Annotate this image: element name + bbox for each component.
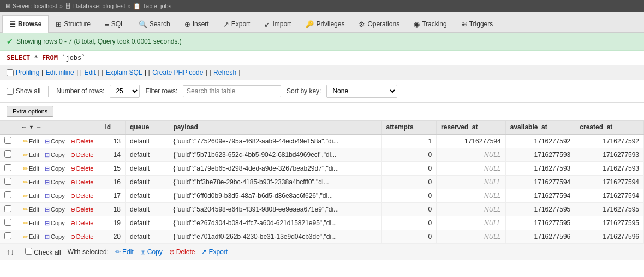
row-checkbox-17[interactable]	[4, 191, 11, 198]
row-checkbox-16[interactable]	[4, 178, 11, 185]
th-filter: ← ▼ →	[16, 121, 100, 134]
edit-btn-18[interactable]: ✏ Edit	[21, 206, 41, 214]
edit-btn-16[interactable]: ✏ Edit	[21, 178, 41, 186]
sort-arrow-left[interactable]: ←	[21, 123, 27, 131]
extra-options-button[interactable]: Extra options	[7, 106, 53, 117]
cell-id-13: 13	[100, 134, 126, 148]
cell-reserved-at-16: NULL	[437, 176, 506, 189]
tab-browse[interactable]: ☰ Browse	[2, 15, 49, 33]
profiling-checkbox[interactable]	[7, 69, 14, 76]
tab-tracking-label: Tracking	[422, 20, 447, 28]
breadcrumb-db-icon: 🗄	[65, 3, 71, 9]
show-all-checkbox[interactable]	[7, 88, 14, 95]
edit-btn-15[interactable]: ✏ Edit	[21, 165, 41, 173]
tab-privileges[interactable]: 🔑 Privileges	[298, 15, 351, 33]
copy-label-15: Copy	[51, 165, 65, 172]
th-attempts[interactable]: attempts	[381, 121, 437, 134]
explain-sql-link[interactable]: Explain SQL	[106, 69, 142, 76]
edit-label-17: Edit	[29, 192, 39, 199]
tab-browse-label: Browse	[18, 20, 41, 28]
row-checkbox-14[interactable]	[4, 150, 11, 158]
th-reserved-at[interactable]: reserved_at	[437, 121, 506, 134]
sql-table-name: `jobs`	[62, 54, 85, 62]
th-available-at[interactable]: available_at	[505, 121, 575, 134]
edit-btn-13[interactable]: ✏ Edit	[21, 137, 41, 146]
delete-label-20: Delete	[76, 233, 94, 240]
breadcrumb-bar: 🖥 Server: localhost » 🗄 Database: blog-t…	[0, 0, 644, 12]
delete-btn-19[interactable]: ⊖ Delete	[68, 219, 96, 227]
delete-btn-18[interactable]: ⊖ Delete	[68, 206, 96, 214]
edit-btn-20[interactable]: ✏ Edit	[21, 233, 41, 241]
tab-structure[interactable]: ⊞ Structure	[49, 15, 98, 33]
copy-btn-19[interactable]: ⊞ Copy	[43, 219, 67, 227]
copy-btn-20[interactable]: ⊞ Copy	[43, 233, 67, 241]
create-php-link[interactable]: Create PHP code	[152, 69, 203, 76]
copy-btn-18[interactable]: ⊞ Copy	[43, 206, 67, 214]
bottom-delete-icon: ⊖	[169, 248, 175, 256]
edit-btn-14[interactable]: ✏ Edit	[21, 151, 41, 159]
tab-triggers[interactable]: ≋ Triggers	[454, 15, 500, 33]
delete-btn-20[interactable]: ⊖ Delete	[68, 233, 96, 241]
copy-btn-13[interactable]: ⊞ Copy	[43, 137, 67, 146]
sort-arrow-right[interactable]: →	[35, 123, 42, 131]
cell-attempts-13: 1	[381, 134, 437, 148]
refresh-link[interactable]: Refresh	[213, 69, 236, 76]
delete-icon-16: ⊖	[70, 179, 75, 186]
profiling-link[interactable]: Profiling	[16, 69, 39, 76]
filter-rows-input[interactable]	[183, 85, 281, 97]
edit-icon-14: ✏	[23, 152, 28, 159]
delete-btn-16[interactable]: ⊖ Delete	[68, 178, 96, 186]
tab-tracking[interactable]: ◉ Tracking	[407, 15, 454, 33]
row-checkbox-19[interactable]	[4, 219, 11, 226]
delete-icon-19: ⊖	[70, 220, 75, 227]
delete-btn-17[interactable]: ⊖ Delete	[68, 192, 96, 200]
th-id[interactable]: id	[100, 121, 126, 134]
tab-sql[interactable]: ≡ SQL	[98, 15, 132, 33]
tab-insert[interactable]: ⊕ Insert	[177, 15, 216, 33]
delete-btn-15[interactable]: ⊖ Delete	[68, 165, 96, 173]
delete-label-17: Delete	[76, 192, 94, 199]
edit-btn-19[interactable]: ✏ Edit	[21, 219, 41, 227]
copy-btn-14[interactable]: ⊞ Copy	[43, 151, 67, 159]
bottom-edit-link[interactable]: ✏ Edit	[115, 248, 134, 256]
table-body: ✏ Edit ⊞ Copy ⊖ Delete 13 default {"uuid…	[0, 134, 644, 244]
tab-search[interactable]: 🔍 Search	[132, 15, 177, 33]
edit-inline-link[interactable]: Edit inline	[46, 69, 74, 76]
row-checkbox-15[interactable]	[4, 164, 11, 171]
tab-structure-label: Structure	[64, 20, 91, 28]
copy-btn-16[interactable]: ⊞ Copy	[43, 178, 67, 186]
row-checkbox-13[interactable]	[4, 137, 11, 144]
tab-import[interactable]: ↙ Import	[257, 15, 298, 33]
edit-btn-17[interactable]: ✏ Edit	[21, 192, 41, 200]
copy-btn-17[interactable]: ⊞ Copy	[43, 192, 67, 200]
th-queue[interactable]: queue	[125, 121, 169, 134]
privileges-icon: 🔑	[305, 20, 314, 28]
bottom-export-link[interactable]: ↗ Export	[201, 248, 228, 256]
row-checkbox-18[interactable]	[4, 205, 11, 212]
copy-btn-15[interactable]: ⊞ Copy	[43, 165, 67, 173]
delete-btn-14[interactable]: ⊖ Delete	[68, 151, 96, 159]
row-checkbox-20[interactable]	[4, 232, 11, 239]
table-row: ✏ Edit ⊞ Copy ⊖ Delete 19 default {"uuid…	[0, 216, 644, 230]
check-all-checkbox[interactable]	[25, 248, 32, 255]
row-actions-14: ✏ Edit ⊞ Copy ⊖ Delete	[16, 148, 100, 162]
edit-icon-13: ✏	[23, 138, 28, 145]
separator1	[48, 86, 49, 97]
rows-select[interactable]: 25 50 100 250	[110, 85, 140, 98]
success-bar: ✔ Showing rows 0 - 7 (8 total, Query too…	[0, 33, 644, 51]
bottom-copy-link[interactable]: ⊞ Copy	[140, 248, 163, 256]
operations-icon: ⚙	[359, 20, 365, 28]
bottom-delete-link[interactable]: ⊖ Delete	[169, 248, 195, 256]
sort-arrow-down[interactable]: ▼	[29, 124, 34, 130]
delete-btn-13[interactable]: ⊖ Delete	[68, 137, 96, 146]
breadcrumb-table: Table: jobs	[143, 3, 172, 9]
tab-export[interactable]: ↗ Export	[216, 15, 258, 33]
th-payload[interactable]: payload	[169, 121, 381, 134]
bottom-copy-icon: ⊞	[140, 248, 146, 256]
sort-by-key-select[interactable]: None	[326, 85, 397, 98]
cell-payload-14: {"uuid":"5b71b623-652c-4bb5-9042-681bd49…	[169, 148, 381, 162]
th-created-at[interactable]: created_at	[575, 121, 644, 134]
tab-operations[interactable]: ⚙ Operations	[351, 15, 407, 33]
edit-link[interactable]: Edit	[84, 69, 96, 76]
cell-id-19: 19	[100, 216, 126, 230]
